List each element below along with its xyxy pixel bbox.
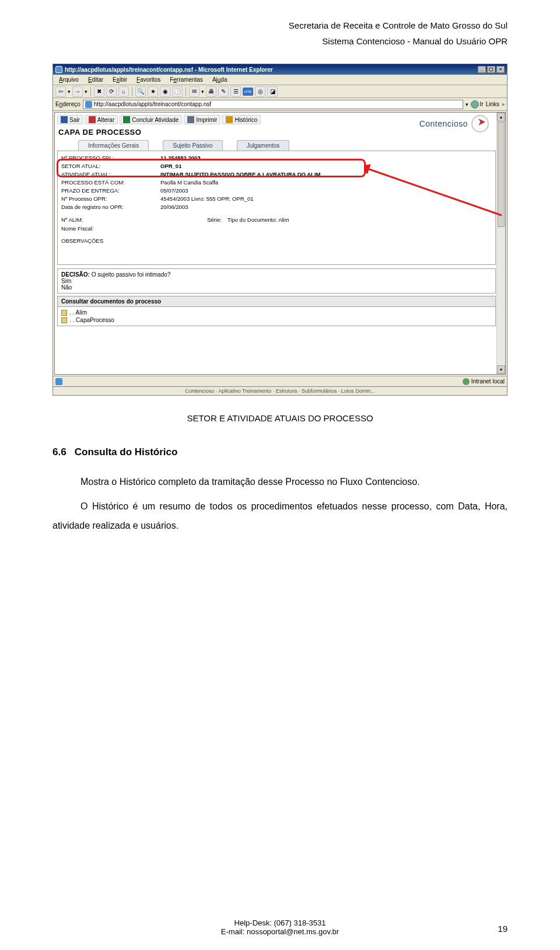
document-icon — [61, 310, 67, 316]
address-label: Endereço — [55, 101, 80, 107]
minimize-button[interactable]: _ — [478, 66, 486, 73]
go-button[interactable]: Ir — [471, 100, 484, 109]
security-zone: Intranet local — [463, 378, 505, 385]
page-icon — [85, 101, 92, 108]
section-title-text: Consulta do Histórico — [75, 446, 178, 457]
alim-label: Nº ALIM: — [61, 216, 160, 223]
atividade-value: INTIMAR SUJEITO PASSIVO SOBRE A LAVRATUR… — [160, 171, 320, 177]
media-button[interactable]: ◉ — [160, 86, 170, 97]
go-icon — [471, 100, 479, 109]
alim-redacted — [160, 216, 195, 223]
ie-icon — [55, 66, 62, 73]
registro-label: Data de registro no OPR: — [61, 204, 160, 210]
menu-exibir[interactable]: Exibir — [109, 76, 131, 83]
links-expand[interactable]: » — [502, 102, 505, 107]
menu-ferramentas[interactable]: Ferramentas — [166, 76, 206, 83]
page-footer: Help-Desk: (067) 318-3531 E-mail: nossop… — [0, 918, 560, 936]
check-icon — [123, 116, 130, 123]
tab-julgamentos[interactable]: Julgamentos — [237, 140, 290, 151]
decisao-box: DECISÃO: O sujeito passivo foi intimado?… — [57, 268, 496, 294]
concluir-button[interactable]: Concluir Atividade — [120, 115, 182, 124]
decisao-nao[interactable]: Não — [61, 284, 492, 291]
back-button[interactable]: ⇦ — [55, 86, 66, 97]
decisao-title: DECISÃO: — [61, 271, 90, 278]
fiscal-redacted — [160, 225, 195, 232]
mail-button[interactable]: ✉ — [189, 86, 200, 97]
registro-value: 20/06/2003 — [160, 204, 188, 210]
menu-favoritos[interactable]: Favoritos — [133, 76, 164, 83]
tabs-row: Informações Gerais Sujeito Passivo Julga… — [55, 140, 505, 151]
edit-icon — [89, 116, 96, 123]
print-icon — [187, 116, 194, 123]
maximize-button[interactable]: ▢ — [487, 66, 495, 73]
doc-header-line1: Secretaria de Receita e Controle de Mato… — [52, 18, 508, 33]
body-paragraph-1: Mostra o Histórico completo da tramitaçã… — [52, 472, 508, 492]
atividade-label: ATIVIDADE ATUAL: — [61, 171, 160, 177]
forward-button[interactable]: → — [72, 86, 83, 97]
history-icon — [226, 116, 233, 123]
edit-button[interactable]: ✎ — [218, 86, 229, 97]
setor-value: OPR_01 — [160, 163, 181, 169]
logo-circle-icon — [471, 115, 489, 132]
exit-icon — [61, 116, 68, 123]
scroll-up[interactable]: ▴ — [497, 113, 505, 121]
opr-label: Nº Processo OPR: — [61, 195, 160, 202]
extra2-button[interactable]: ◪ — [267, 86, 278, 97]
discuss-button[interactable]: ☰ — [230, 86, 241, 97]
section-heading: 6.6 Consulta do Histórico — [52, 446, 508, 458]
scroll-down[interactable]: ▾ — [497, 365, 505, 374]
consult-header: Consultar documentos do processo — [57, 296, 496, 307]
status-bar: Intranet local — [53, 376, 507, 386]
print-button[interactable]: 🖶 — [206, 86, 216, 97]
lite-icon: LITE — [243, 88, 253, 96]
tab-informacoes-gerais[interactable]: Informações Gerais — [78, 140, 149, 151]
decisao-sim[interactable]: Sim — [61, 278, 492, 284]
scroll-thumb[interactable] — [498, 122, 505, 227]
url-dropdown[interactable]: ▾ — [466, 102, 468, 107]
url-text: http://aacpdlotus/appls/treinacont/conta… — [94, 101, 211, 107]
app-logo: Contencioso — [419, 115, 489, 132]
refresh-button[interactable]: ⟳ — [106, 86, 117, 97]
screenshot-container: http://aacpdlotus/appls/treinacont/conta… — [52, 64, 508, 396]
browser-toolbar: ⇦ ▾ → ▾ ✖ ⟳ ⌂ 🔍 ★ ◉ 🕒 ✉ ▾ 🖶 ✎ ☰ LITE ◎ ◪ — [53, 85, 507, 98]
extra1-button[interactable]: ◎ — [255, 86, 265, 97]
historico-label: Histórico — [235, 117, 257, 123]
prazo-label: PRAZO DE ENTREGA: — [61, 187, 160, 194]
stop-button[interactable]: ✖ — [94, 86, 104, 97]
menu-ajuda[interactable]: Ajuda — [209, 76, 231, 83]
browser-menubar: Arquivo Editar Exibir Favoritos Ferramen… — [53, 75, 507, 85]
alterar-button[interactable]: Alterar — [85, 115, 118, 124]
history-button[interactable]: 🕒 — [172, 86, 183, 97]
doc-alim[interactable]: . . Alim — [61, 309, 492, 316]
go-label: Ir — [480, 101, 484, 107]
serie-label: Série: — [207, 216, 222, 223]
window-title: http://aacpdlotus/appls/treinacont/conta… — [65, 67, 273, 73]
zone-label: Intranet local — [471, 378, 505, 385]
favorites-button[interactable]: ★ — [148, 86, 158, 97]
links-label[interactable]: Links — [486, 101, 499, 107]
nome-fiscal-label: Nome Fiscal: — [61, 225, 160, 232]
tipodoc-label: Tipo do Documento: Alim — [228, 216, 289, 223]
vertical-scrollbar[interactable]: ▴ ▾ — [496, 113, 505, 374]
close-button[interactable]: × — [496, 66, 505, 73]
imprimir-button[interactable]: Imprimir — [184, 115, 220, 124]
historico-button[interactable]: Histórico — [222, 115, 261, 124]
menu-arquivo[interactable]: Arquivo — [55, 76, 82, 83]
sair-button[interactable]: Sair — [57, 115, 83, 124]
search-button[interactable]: 🔍 — [135, 86, 146, 97]
concluir-label: Concluir Atividade — [132, 117, 178, 123]
url-input[interactable]: http://aacpdlotus/appls/treinacont/conta… — [83, 100, 463, 109]
tab-sujeito-passivo[interactable]: Sujeito Passivo — [163, 140, 222, 151]
section-number: 6.6 — [52, 446, 66, 457]
alterar-label: Alterar — [97, 117, 114, 123]
body-paragraph-2: O Histórico é um resumo de todos os proc… — [52, 497, 508, 536]
doc-capa-label: . . CapaProcesso — [69, 317, 114, 323]
home-button[interactable]: ⌂ — [118, 86, 129, 97]
footer-helpdesk: Help-Desk: (067) 318-3531 — [0, 918, 560, 927]
doc-capa[interactable]: . . CapaProcesso — [61, 316, 492, 324]
imprimir-label: Imprimir — [196, 117, 217, 123]
processo-com-value: Paolla M Candia Scaffa — [160, 179, 218, 186]
menu-editar[interactable]: Editar — [85, 76, 107, 83]
sair-label: Sair — [69, 117, 80, 123]
figure-caption: SETOR E ATIVIDADE ATUAIS DO PROCESSO — [52, 413, 508, 423]
